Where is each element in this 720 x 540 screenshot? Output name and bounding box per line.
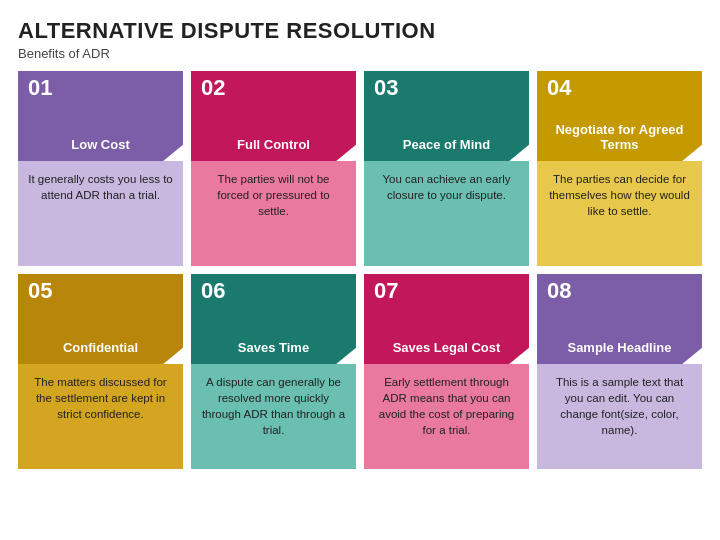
card-number-02: 02 xyxy=(201,77,225,99)
card-body-06: A dispute can generally be resolved more… xyxy=(191,364,356,469)
card-header-02: 02 Full Control xyxy=(191,71,356,161)
card-07: 07 Saves Legal Cost Early settlement thr… xyxy=(364,274,529,469)
card-title-03: Peace of Mind xyxy=(395,137,498,153)
card-03: 03 Peace of Mind You can achieve an earl… xyxy=(364,71,529,266)
card-header-05: 05 Confidential xyxy=(18,274,183,364)
card-title-01: Low Cost xyxy=(63,137,138,153)
slide-title: ALTERNATIVE DISPUTE RESOLUTION xyxy=(18,18,702,44)
card-number-07: 07 xyxy=(374,280,398,302)
card-body-03: You can achieve an early closure to your… xyxy=(364,161,529,266)
card-08: 08 Sample Headline This is a sample text… xyxy=(537,274,702,469)
card-body-07: Early settlement through ADR means that … xyxy=(364,364,529,469)
card-body-02: The parties will not be forced or pressu… xyxy=(191,161,356,266)
card-01: 01 Low Cost It generally costs you less … xyxy=(18,71,183,266)
card-number-06: 06 xyxy=(201,280,225,302)
card-number-08: 08 xyxy=(547,280,571,302)
card-number-04: 04 xyxy=(547,77,571,99)
card-header-08: 08 Sample Headline xyxy=(537,274,702,364)
card-body-01: It generally costs you less to attend AD… xyxy=(18,161,183,266)
card-05: 05 Confidential The matters discussed fo… xyxy=(18,274,183,469)
card-number-05: 05 xyxy=(28,280,52,302)
card-02: 02 Full Control The parties will not be … xyxy=(191,71,356,266)
card-header-04: 04 Negotiate for Agreed Terms xyxy=(537,71,702,161)
card-title-08: Sample Headline xyxy=(559,340,679,356)
card-header-01: 01 Low Cost xyxy=(18,71,183,161)
card-header-06: 06 Saves Time xyxy=(191,274,356,364)
card-body-04: The parties can decide for themselves ho… xyxy=(537,161,702,266)
slide: ALTERNATIVE DISPUTE RESOLUTION Benefits … xyxy=(0,0,720,540)
card-title-02: Full Control xyxy=(229,137,318,153)
card-header-03: 03 Peace of Mind xyxy=(364,71,529,161)
card-body-05: The matters discussed for the settlement… xyxy=(18,364,183,469)
card-number-03: 03 xyxy=(374,77,398,99)
card-04: 04 Negotiate for Agreed Terms The partie… xyxy=(537,71,702,266)
card-number-01: 01 xyxy=(28,77,52,99)
card-title-06: Saves Time xyxy=(230,340,317,356)
card-header-07: 07 Saves Legal Cost xyxy=(364,274,529,364)
slide-subtitle: Benefits of ADR xyxy=(18,46,702,61)
card-grid: 01 Low Cost It generally costs you less … xyxy=(18,71,702,469)
card-title-05: Confidential xyxy=(55,340,146,356)
card-title-07: Saves Legal Cost xyxy=(385,340,509,356)
card-title-04: Negotiate for Agreed Terms xyxy=(537,122,702,153)
card-body-08: This is a sample text that you can edit.… xyxy=(537,364,702,469)
card-06: 06 Saves Time A dispute can generally be… xyxy=(191,274,356,469)
